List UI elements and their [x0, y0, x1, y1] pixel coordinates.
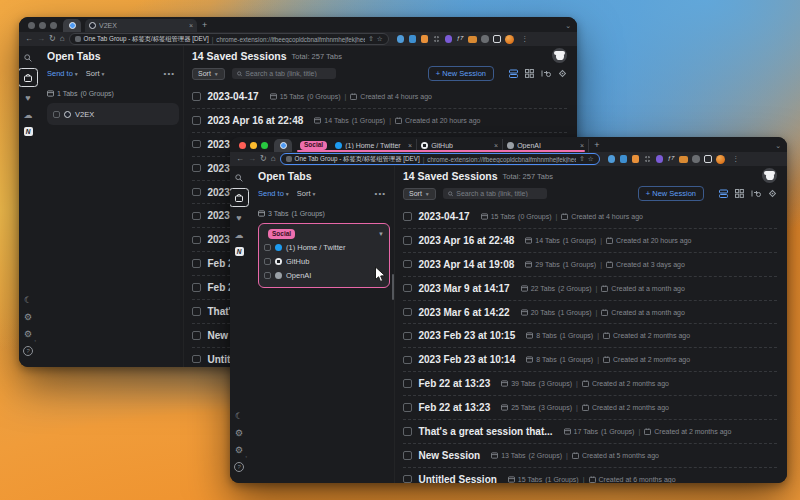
- close-tab-icon[interactable]: ×: [189, 22, 193, 29]
- front-browser-window[interactable]: Social (1) Home / Twitter × GitHub: [230, 137, 787, 483]
- tab-checkbox[interactable]: [264, 244, 271, 251]
- session-checkbox[interactable]: [403, 260, 412, 269]
- tab-search-chevron-icon[interactable]: ⌄: [775, 142, 781, 150]
- favorites-heart-icon[interactable]: ♥: [230, 209, 248, 226]
- address-bar[interactable]: One Tab Group - 标签页/标签组管理器 [DEV] | chrom…: [280, 153, 600, 166]
- user-avatar[interactable]: [762, 168, 777, 183]
- session-row[interactable]: That's a great session that... 17 Tabs (…: [403, 420, 777, 444]
- open-tab-title[interactable]: V2EX: [75, 110, 94, 119]
- session-checkbox[interactable]: [192, 188, 201, 197]
- close-tab-icon[interactable]: ×: [494, 142, 498, 149]
- new-session-button[interactable]: + New Session: [638, 186, 704, 201]
- session-checkbox[interactable]: [403, 379, 412, 388]
- address-bar[interactable]: One Tab Group - 标签页/标签组管理器 [DEV] | chrom…: [69, 33, 389, 46]
- extension-teal-icon[interactable]: [620, 155, 628, 163]
- session-title[interactable]: Feb 22 at 13:23: [419, 402, 491, 413]
- import-export-icon[interactable]: [751, 189, 761, 198]
- locate-target-icon[interactable]: [768, 189, 777, 198]
- session-title[interactable]: Feb 22 at 13:23: [419, 378, 491, 389]
- extension-grid-icon[interactable]: [644, 155, 652, 163]
- session-search[interactable]: [232, 68, 336, 79]
- session-checkbox[interactable]: [192, 212, 201, 221]
- search-icon[interactable]: [19, 49, 37, 66]
- session-checkbox[interactable]: [403, 451, 412, 460]
- home-icon[interactable]: ⌂: [271, 155, 276, 163]
- session-row[interactable]: 2023 Mar 6 at 14:22 20 Tabs (1 Groups) |…: [403, 301, 777, 325]
- extension-purple-icon[interactable]: [656, 155, 664, 163]
- browser-tab[interactable]: GitHub ×: [417, 139, 503, 152]
- extension-orange-icon[interactable]: [421, 35, 429, 43]
- home-icon[interactable]: ⌂: [60, 35, 65, 43]
- session-checkbox[interactable]: [192, 164, 201, 173]
- close-window-icon[interactable]: [239, 142, 246, 149]
- session-checkbox[interactable]: [192, 116, 201, 125]
- session-checkbox[interactable]: [403, 284, 412, 293]
- locate-target-icon[interactable]: [558, 69, 567, 78]
- open-tab-title[interactable]: GitHub: [286, 257, 309, 266]
- session-checkbox[interactable]: [403, 308, 412, 317]
- list-view-icon[interactable]: [719, 189, 728, 198]
- extensions-puzzle-icon[interactable]: [692, 155, 700, 163]
- sort-dropdown[interactable]: Sort▼: [86, 69, 106, 78]
- session-checkbox[interactable]: [192, 331, 201, 340]
- profile-avatar-icon[interactable]: [505, 35, 514, 44]
- settings-gear-icon[interactable]: ⚙: [230, 424, 248, 441]
- open-tab-title[interactable]: (1) Home / Twitter: [286, 243, 345, 252]
- user-avatar[interactable]: [552, 48, 567, 63]
- new-session-button[interactable]: + New Session: [428, 66, 494, 81]
- session-checkbox[interactable]: [403, 236, 412, 245]
- session-row[interactable]: 2023 Apr 14 at 19:08 29 Tabs (1 Groups) …: [403, 253, 777, 277]
- extension-f7-icon[interactable]: ƒ7: [668, 155, 675, 163]
- cloud-sync-icon[interactable]: ☁: [230, 226, 248, 243]
- session-checkbox[interactable]: [192, 307, 201, 316]
- extension-f7-icon[interactable]: ƒ7: [457, 35, 464, 43]
- search-input[interactable]: [456, 190, 542, 197]
- share-icon[interactable]: ⇧: [579, 155, 584, 163]
- extension-purple-icon[interactable]: [445, 35, 453, 43]
- extension-blue-icon[interactable]: [608, 155, 616, 163]
- search-input[interactable]: [245, 70, 331, 77]
- open-tab-row[interactable]: GitHub: [264, 255, 384, 269]
- session-row[interactable]: 2023 Mar 9 at 14:17 22 Tabs (2 Groups) |…: [403, 277, 777, 301]
- sort-dropdown[interactable]: Sort▼: [297, 189, 317, 198]
- send-to-dropdown[interactable]: Send to▼: [47, 69, 79, 78]
- session-title[interactable]: 2023 Apr 16 at 22:48: [208, 115, 304, 126]
- extension-blue-icon[interactable]: [397, 35, 405, 43]
- close-tab-icon[interactable]: ×: [408, 142, 412, 149]
- extension-frame-icon[interactable]: [493, 35, 501, 43]
- back-icon[interactable]: ←: [236, 155, 244, 163]
- session-title[interactable]: That's a great session that...: [419, 426, 553, 437]
- extension-orange-icon[interactable]: [632, 155, 640, 163]
- pinned-extension-tab[interactable]: [274, 139, 292, 152]
- list-view-icon[interactable]: [509, 69, 518, 78]
- tab-group-badge[interactable]: Social: [300, 141, 327, 151]
- session-title[interactable]: 2023 Feb 23 at 10:14: [419, 354, 516, 365]
- advanced-settings-icon[interactable]: ⚙: [230, 441, 248, 458]
- session-row[interactable]: 2023 Apr 16 at 22:48 14 Tabs (1 Groups) …: [192, 109, 567, 133]
- session-title[interactable]: 2023-04-17: [208, 91, 259, 102]
- extension-teal-icon[interactable]: [409, 35, 417, 43]
- grid-view-icon[interactable]: [525, 69, 534, 78]
- session-row[interactable]: Feb 22 at 13:23 25 Tabs (3 Groups) | Cre…: [403, 396, 777, 420]
- session-title[interactable]: New Session: [419, 450, 481, 461]
- session-checkbox[interactable]: [192, 92, 201, 101]
- open-tab-row[interactable]: OpenAI: [264, 269, 384, 283]
- session-checkbox[interactable]: [403, 332, 412, 341]
- forward-icon[interactable]: →: [248, 155, 256, 163]
- window-controls[interactable]: [19, 22, 63, 32]
- session-checkbox[interactable]: [192, 140, 201, 149]
- zoom-window-icon[interactable]: [261, 142, 268, 149]
- session-row[interactable]: 2023 Feb 23 at 10:14 8 Tabs (1 Groups) |…: [403, 348, 777, 372]
- session-checkbox[interactable]: [403, 475, 412, 483]
- sessions-sort-dropdown[interactable]: Sort▼: [192, 68, 225, 80]
- browser-tab[interactable]: V2EX ×: [85, 19, 197, 32]
- open-tab-row[interactable]: (1) Home / Twitter: [264, 241, 384, 255]
- group-badge[interactable]: Social: [268, 229, 295, 239]
- import-export-icon[interactable]: [541, 69, 551, 78]
- notion-icon[interactable]: N: [230, 243, 248, 260]
- cloud-sync-icon[interactable]: ☁: [19, 106, 37, 123]
- more-options-icon[interactable]: •••: [164, 69, 179, 78]
- session-row[interactable]: 2023 Feb 23 at 10:15 8 Tabs (1 Groups) |…: [403, 324, 777, 348]
- close-tab-icon[interactable]: ×: [580, 142, 584, 149]
- bookmark-star-icon[interactable]: ☆: [377, 35, 383, 43]
